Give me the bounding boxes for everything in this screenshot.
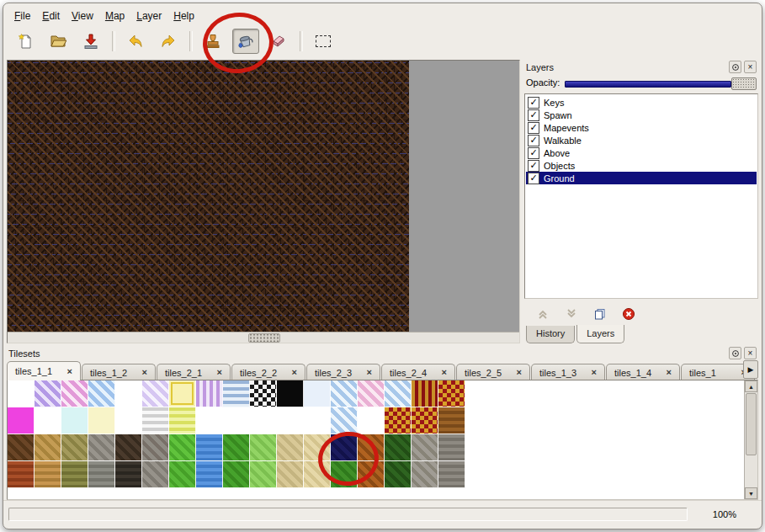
- tileset-tile[interactable]: [88, 380, 115, 407]
- tileset-tile[interactable]: [115, 380, 142, 407]
- tileset-tab-tiles_1_2[interactable]: tiles_1_2 ×: [82, 364, 156, 380]
- close-tab-icon[interactable]: ×: [592, 368, 597, 377]
- tileset-tile[interactable]: [250, 380, 277, 407]
- tileset-tab-tiles_2_1[interactable]: tiles_2_1 ×: [157, 364, 231, 380]
- tileset-scrollbar[interactable]: ▲ ▼: [744, 380, 757, 499]
- tileset-tile[interactable]: [142, 380, 169, 407]
- tileset-tile[interactable]: [412, 407, 438, 434]
- eraser-tool-button[interactable]: [265, 29, 292, 54]
- scroll-tabs-right-button[interactable]: ▶: [743, 360, 758, 379]
- tileset-tile[interactable]: [8, 407, 35, 434]
- menu-map[interactable]: Map: [99, 8, 130, 24]
- tileset-tile[interactable]: [88, 461, 115, 488]
- duplicate-layer-button[interactable]: [592, 306, 608, 322]
- tileset-tile[interactable]: [196, 434, 223, 461]
- tileset-tab-tiles_1_4[interactable]: tiles_1_4 ×: [606, 364, 680, 380]
- new-map-button[interactable]: [12, 29, 39, 54]
- layer-row-ground[interactable]: ✓ Ground: [526, 172, 757, 184]
- layer-row-keys[interactable]: ✓ Keys: [526, 96, 757, 109]
- map-canvas[interactable]: [8, 61, 409, 336]
- horizontal-scrollbar[interactable]: [8, 332, 519, 343]
- tileset-tile[interactable]: [385, 461, 412, 488]
- tileset-tile[interactable]: [142, 461, 169, 488]
- tileset-tile[interactable]: [250, 407, 277, 434]
- tileset-tile[interactable]: [35, 407, 61, 434]
- tileset-grid[interactable]: [8, 380, 744, 499]
- tileset-tile[interactable]: [8, 434, 35, 461]
- undo-button[interactable]: [122, 29, 149, 54]
- layer-row-mapevents[interactable]: ✓ Mapevents: [526, 121, 757, 134]
- tileset-tile[interactable]: [304, 434, 331, 461]
- tileset-tile[interactable]: [438, 434, 465, 461]
- close-tab-icon[interactable]: ×: [67, 367, 72, 376]
- menu-edit[interactable]: Edit: [36, 8, 66, 24]
- tileset-tile[interactable]: [142, 434, 169, 461]
- tileset-tile[interactable]: [331, 434, 358, 461]
- tileset-tile[interactable]: [61, 407, 88, 434]
- save-button[interactable]: [77, 29, 104, 54]
- tileset-tile[interactable]: [8, 380, 35, 407]
- delete-layer-button[interactable]: [620, 306, 637, 322]
- close-panel-button[interactable]: ×: [744, 61, 757, 73]
- tileset-tile[interactable]: [223, 434, 250, 461]
- tileset-tile[interactable]: [196, 380, 223, 407]
- tileset-tile[interactable]: [277, 434, 304, 461]
- tileset-tile[interactable]: [385, 434, 412, 461]
- tileset-tile[interactable]: [277, 407, 304, 434]
- tileset-tile[interactable]: [277, 380, 304, 407]
- tab-layers[interactable]: Layers: [576, 325, 624, 343]
- tileset-tile[interactable]: [438, 461, 465, 488]
- tileset-tile[interactable]: [115, 461, 142, 488]
- close-panel-button[interactable]: ×: [744, 347, 757, 359]
- tileset-tile[interactable]: [61, 434, 88, 461]
- tileset-tile[interactable]: [223, 461, 250, 488]
- horizontal-scrollbar-thumb[interactable]: [248, 333, 280, 343]
- float-panel-button[interactable]: [729, 347, 741, 359]
- close-tab-icon[interactable]: ×: [667, 368, 672, 377]
- tileset-tile[interactable]: [35, 380, 61, 407]
- layer-visibility-checkbox[interactable]: ✓: [528, 109, 539, 121]
- tileset-tile[interactable]: [88, 407, 115, 434]
- tileset-tile[interactable]: [331, 407, 358, 434]
- tileset-tab-tiles_2_3[interactable]: tiles_2_3 ×: [306, 364, 380, 380]
- layer-visibility-checkbox[interactable]: ✓: [528, 160, 539, 172]
- tileset-tile[interactable]: [169, 380, 196, 407]
- layer-row-objects[interactable]: ✓ Objects: [526, 159, 757, 172]
- close-tab-icon[interactable]: ×: [217, 368, 222, 377]
- tileset-tile[interactable]: [250, 434, 277, 461]
- tileset-tile[interactable]: [412, 380, 438, 407]
- layer-visibility-checkbox[interactable]: ✓: [528, 147, 539, 159]
- tileset-tile[interactable]: [412, 434, 438, 461]
- tileset-tile[interactable]: [331, 380, 358, 407]
- tileset-tile[interactable]: [169, 407, 196, 434]
- tileset-tile[interactable]: [115, 434, 142, 461]
- rect-select-button[interactable]: [310, 29, 337, 54]
- tileset-tab-tiles_2_2[interactable]: tiles_2_2 ×: [231, 364, 305, 380]
- tileset-tile[interactable]: [61, 380, 88, 407]
- tileset-tile[interactable]: [304, 407, 331, 434]
- tileset-tile[interactable]: [358, 434, 385, 461]
- tileset-tile[interactable]: [8, 461, 35, 488]
- tileset-tile[interactable]: [358, 380, 385, 407]
- open-button[interactable]: [45, 29, 72, 54]
- tab-history[interactable]: History: [526, 326, 575, 343]
- menu-view[interactable]: View: [66, 8, 99, 24]
- tileset-tile[interactable]: [331, 461, 358, 488]
- close-tab-icon[interactable]: ×: [442, 368, 447, 377]
- map-viewport[interactable]: [7, 60, 520, 343]
- tileset-tile[interactable]: [277, 461, 304, 488]
- close-tab-icon[interactable]: ×: [367, 368, 372, 377]
- menu-layer[interactable]: Layer: [130, 8, 167, 24]
- layer-row-above[interactable]: ✓ Above: [526, 146, 757, 159]
- tileset-tile[interactable]: [115, 407, 142, 434]
- tileset-tile[interactable]: [35, 434, 61, 461]
- lower-layer-button[interactable]: [563, 306, 580, 322]
- tileset-tile[interactable]: [169, 434, 196, 461]
- tileset-tile[interactable]: [61, 461, 88, 488]
- tileset-tile[interactable]: [142, 407, 169, 434]
- tileset-tile[interactable]: [438, 380, 465, 407]
- tileset-tile[interactable]: [35, 461, 61, 488]
- layer-visibility-checkbox[interactable]: ✓: [528, 122, 539, 134]
- tileset-tile[interactable]: [385, 407, 412, 434]
- tileset-tile[interactable]: [169, 461, 196, 488]
